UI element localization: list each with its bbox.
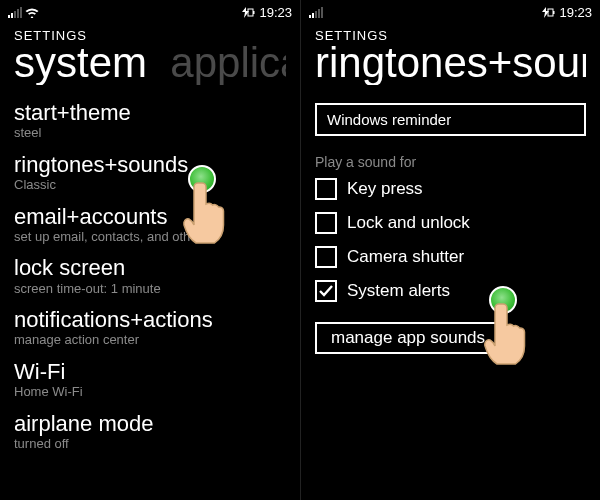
item-title: ringtones+sounds (14, 153, 286, 177)
svg-rect-3 (553, 11, 555, 14)
status-bar: 19:23 (0, 0, 300, 24)
item-title: notifications+actions (14, 308, 286, 332)
item-title: Wi-Fi (14, 360, 286, 384)
manage-app-sounds-button[interactable]: manage app sounds (315, 322, 501, 354)
section-label: Play a sound for (315, 154, 586, 170)
check-lock-unlock[interactable]: Lock and unlock (315, 212, 586, 234)
item-airplane-mode[interactable]: airplane mode turned off (14, 412, 286, 452)
item-wifi[interactable]: Wi-Fi Home Wi-Fi (14, 360, 286, 400)
item-subtitle: set up email, contacts, and others (14, 229, 286, 245)
check-label: Camera shutter (347, 247, 464, 267)
checkbox-icon (315, 178, 337, 200)
check-system-alerts[interactable]: System alerts (315, 280, 586, 302)
content-area: Windows reminder Play a sound for Key pr… (301, 85, 600, 354)
cellular-signal-icon (8, 7, 22, 18)
item-title: email+accounts (14, 205, 286, 229)
item-title: start+theme (14, 101, 286, 125)
settings-list: start+theme steel ringtones+sounds Class… (0, 85, 300, 451)
checkbox-icon (315, 280, 337, 302)
battery-icon (237, 7, 253, 18)
item-subtitle: Classic (14, 177, 286, 193)
reminder-select-value: Windows reminder (327, 111, 451, 128)
header: SETTINGS ringtones+sounds (301, 24, 600, 85)
checkbox-icon (315, 246, 337, 268)
item-title: airplane mode (14, 412, 286, 436)
check-label: Lock and unlock (347, 213, 470, 233)
reminder-select[interactable]: Windows reminder (315, 103, 586, 136)
item-subtitle: turned off (14, 436, 286, 452)
check-label: System alerts (347, 281, 450, 301)
screen-system-settings: 19:23 SETTINGS system applications start… (0, 0, 300, 500)
item-subtitle: screen time-out: 1 minute (14, 281, 286, 297)
check-camera-shutter[interactable]: Camera shutter (315, 246, 586, 268)
screen-ringtones-sounds: 19:23 SETTINGS ringtones+sounds Windows … (300, 0, 600, 500)
item-notifications-actions[interactable]: notifications+actions manage action cent… (14, 308, 286, 348)
pivot-next[interactable]: applications (159, 41, 286, 85)
check-key-press[interactable]: Key press (315, 178, 586, 200)
status-bar: 19:23 (301, 0, 600, 24)
checkbox-icon (315, 212, 337, 234)
item-subtitle: manage action center (14, 332, 286, 348)
cellular-signal-icon (309, 7, 323, 18)
wifi-icon (25, 7, 39, 18)
item-lock-screen[interactable]: lock screen screen time-out: 1 minute (14, 256, 286, 296)
battery-icon (537, 7, 553, 18)
status-time: 19:23 (259, 5, 292, 20)
status-time: 19:23 (559, 5, 592, 20)
svg-rect-0 (248, 9, 253, 16)
item-subtitle: Home Wi-Fi (14, 384, 286, 400)
header: SETTINGS system applications (0, 24, 300, 85)
page-title: ringtones+sounds (315, 41, 586, 85)
item-start-theme[interactable]: start+theme steel (14, 101, 286, 141)
svg-rect-2 (548, 9, 553, 16)
pivot-tabs[interactable]: system applications (14, 41, 286, 85)
svg-rect-1 (253, 11, 255, 14)
pivot-active[interactable]: system (14, 41, 147, 85)
item-subtitle: steel (14, 125, 286, 141)
item-ringtones-sounds[interactable]: ringtones+sounds Classic (14, 153, 286, 193)
item-email-accounts[interactable]: email+accounts set up email, contacts, a… (14, 205, 286, 245)
check-label: Key press (347, 179, 423, 199)
item-title: lock screen (14, 256, 286, 280)
